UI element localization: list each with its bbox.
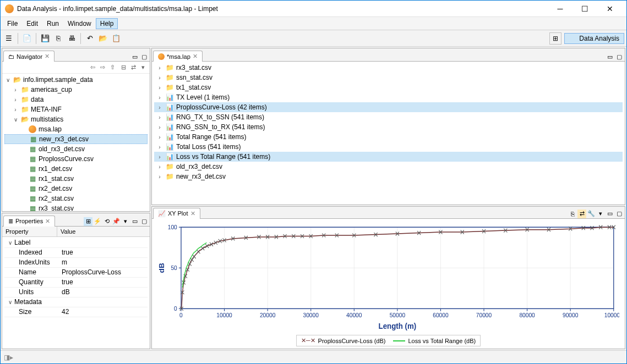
- link-editor-icon[interactable]: ⇄: [129, 63, 138, 72]
- editor-tab[interactable]: *msa.lap ✕: [153, 51, 203, 62]
- tree-file[interactable]: ▦rx3_stat.csv: [4, 203, 148, 211]
- toolbar: ☰ 📄 💾 ⎘ 🖶 ↶ 📂 📋 ⊞ Data Analysis: [1, 30, 626, 47]
- editor-item[interactable]: ›📁ssn_stat.csv: [154, 73, 623, 82]
- plot-area[interactable]: 0100002000030000400005000060000700008000…: [157, 222, 619, 333]
- tree-root[interactable]: ∨📂info.limpet.sample_data: [4, 75, 148, 85]
- navigator-tree[interactable]: ∨📂info.limpet.sample_data ›📁americas_cup…: [2, 74, 150, 211]
- view-menu-icon[interactable]: ▾: [596, 209, 605, 218]
- property-row[interactable]: Size42: [4, 307, 148, 317]
- editor-item[interactable]: ›📁old_rx3_det.csv: [154, 162, 623, 172]
- svg-text:60000: 60000: [433, 312, 448, 319]
- xyplot-tab[interactable]: 📈 XY Plot ✕: [153, 208, 200, 219]
- view-menu-icon[interactable]: ▾: [121, 217, 130, 226]
- editor-item[interactable]: ›📊TX Level (1 items): [154, 92, 623, 102]
- maximize-pane-icon[interactable]: ▢: [615, 209, 624, 218]
- tree-folder[interactable]: ›📁data: [4, 95, 148, 104]
- show-advanced-icon[interactable]: ⚡: [93, 217, 102, 226]
- back-icon[interactable]: ⇦: [88, 63, 97, 72]
- save-all-icon[interactable]: ⎘: [52, 32, 64, 45]
- legend-marker-icon: ✕─✕: [301, 337, 315, 344]
- defaults-icon[interactable]: ⟲: [102, 217, 111, 226]
- editor-item[interactable]: ›📊RNG_SSN_to_RX (541 items): [154, 122, 623, 132]
- editor-item[interactable]: ›📊Total Range (541 items): [154, 132, 623, 142]
- property-row[interactable]: UnitsdB: [4, 288, 148, 297]
- menu-help[interactable]: Help: [96, 18, 118, 29]
- menu-window[interactable]: Window: [63, 18, 96, 29]
- property-row[interactable]: Indexedtrue: [4, 248, 148, 258]
- tree-file[interactable]: ▦rx2_stat.csv: [4, 194, 148, 203]
- tree-file[interactable]: msa.lap: [4, 124, 148, 134]
- property-row[interactable]: NameProplossCurve-Loss: [4, 268, 148, 278]
- print-icon[interactable]: 🖶: [66, 32, 78, 45]
- tree-file[interactable]: ▦rx1_det.csv: [4, 164, 148, 174]
- editor-item[interactable]: ›📁rx3_stat.csv: [154, 63, 623, 73]
- menu-run[interactable]: Run: [42, 18, 63, 29]
- minimize-pane-icon[interactable]: ▭: [606, 52, 614, 61]
- navigator-close-icon[interactable]: ✕: [45, 53, 50, 60]
- property-row[interactable]: Quantitytrue: [4, 278, 148, 288]
- new-dropdown-icon[interactable]: 📄: [21, 32, 33, 45]
- open-perspective-icon[interactable]: ⊞: [549, 32, 561, 45]
- lap-icon: [158, 53, 165, 60]
- editor-item[interactable]: ›📊ProplossCurve-Loss (42 items): [154, 102, 623, 112]
- properties-tab[interactable]: ≣ Properties ✕: [3, 216, 55, 227]
- save-icon[interactable]: 💾: [39, 32, 51, 45]
- editor-item[interactable]: ›📊Total Loss (541 items): [154, 142, 623, 152]
- editor-tree[interactable]: ›📁rx3_stat.csv›📁ssn_stat.csv›📁tx1_stat.c…: [152, 62, 625, 205]
- property-row[interactable]: IndexUnitsm: [4, 258, 148, 268]
- editor-item[interactable]: ›📁new_rx3_det.csv: [154, 172, 623, 181]
- editor-item[interactable]: ›📊RNG_TX_to_SSN (541 items): [154, 112, 623, 122]
- svg-text:80000: 80000: [519, 312, 535, 319]
- editor-item[interactable]: ›📁tx1_stat.csv: [154, 82, 623, 92]
- toggle-icon[interactable]: ⇄: [577, 209, 586, 218]
- tree-file[interactable]: ▦ProplossCurve.csv: [4, 154, 148, 164]
- properties-icon: ≣: [8, 218, 13, 225]
- show-categories-icon[interactable]: ⊞: [84, 217, 92, 226]
- view-menu-icon[interactable]: ▾: [139, 63, 148, 72]
- navigator-icon: 🗀: [8, 53, 14, 60]
- menu-edit[interactable]: Edit: [22, 18, 42, 29]
- minimize-pane-icon[interactable]: ▭: [130, 52, 139, 61]
- tree-file[interactable]: ▦rx2_det.csv: [4, 184, 148, 194]
- navigator-tab[interactable]: 🗀 Navigator ✕: [3, 51, 54, 62]
- tree-file[interactable]: ▦rx1_stat.csv: [4, 174, 148, 184]
- copy-icon[interactable]: ⎘: [568, 209, 577, 218]
- settings-icon[interactable]: 🔧: [587, 209, 596, 218]
- properties-close-icon[interactable]: ✕: [45, 218, 50, 225]
- paste-icon[interactable]: 📋: [110, 32, 122, 45]
- undo-icon[interactable]: ↶: [84, 32, 96, 45]
- app-icon: [5, 4, 14, 13]
- svg-text:Length (m): Length (m): [379, 321, 417, 330]
- tree-folder[interactable]: ›📁americas_cup: [4, 85, 148, 95]
- pin-icon[interactable]: 📌: [112, 217, 121, 226]
- minimize-pane-icon[interactable]: ▭: [606, 209, 614, 218]
- editor-close-icon[interactable]: ✕: [193, 53, 198, 60]
- open-folder-icon[interactable]: 📂: [97, 32, 109, 45]
- xyplot-close-icon[interactable]: ✕: [190, 210, 195, 217]
- forward-icon[interactable]: ⇨: [98, 63, 107, 72]
- minimize-button[interactable]: ─: [548, 1, 573, 17]
- maximize-button[interactable]: ☐: [573, 1, 597, 17]
- tree-file[interactable]: ▦old_rx3_det.csv: [4, 144, 148, 154]
- tree-file-selected[interactable]: ▦new_rx3_det.csv: [4, 134, 148, 144]
- collapse-all-icon[interactable]: ⊟: [119, 63, 128, 72]
- perspective-data-analysis[interactable]: Data Analysis: [564, 33, 624, 44]
- maximize-pane-icon[interactable]: ▢: [140, 217, 149, 226]
- navigator-title: Navigator: [17, 53, 42, 60]
- up-icon[interactable]: ⇧: [108, 63, 117, 72]
- minimize-pane-icon[interactable]: ▭: [130, 217, 139, 226]
- close-button[interactable]: ✕: [597, 1, 622, 17]
- svg-text:30000: 30000: [303, 312, 319, 319]
- maximize-pane-icon[interactable]: ▢: [140, 52, 149, 61]
- maximize-pane-icon[interactable]: ▢: [615, 52, 624, 61]
- properties-body[interactable]: ∨LabelIndexedtrueIndexUnitsmNameProploss…: [2, 237, 150, 349]
- property-row[interactable]: ∨Metadata: [4, 297, 148, 307]
- property-row[interactable]: ∨Label: [4, 238, 148, 248]
- svg-text:20000: 20000: [260, 312, 275, 319]
- tree-folder[interactable]: ∨📂multistatics: [4, 114, 148, 124]
- editor-item[interactable]: ›📊Loss vs Total Range (541 items): [154, 152, 623, 162]
- menu-file[interactable]: File: [3, 18, 22, 29]
- new-menu-icon[interactable]: ☰: [3, 32, 15, 45]
- tree-folder[interactable]: ›📁META-INF: [4, 104, 148, 114]
- svg-text:10000: 10000: [216, 312, 232, 319]
